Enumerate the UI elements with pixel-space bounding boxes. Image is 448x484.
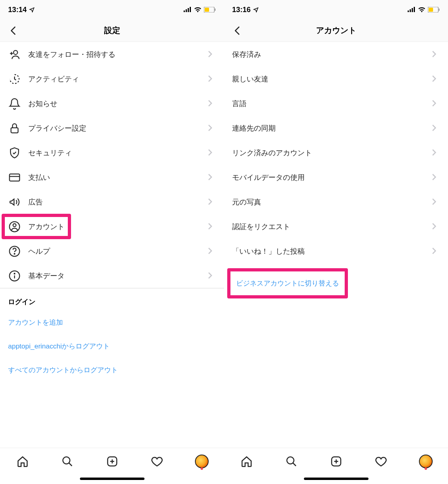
chevron-right-icon — [208, 223, 216, 231]
add-account-link[interactable]: アカウントを追加 — [0, 311, 224, 334]
list-item-privacy[interactable]: プライバシー設定 — [0, 116, 224, 140]
bell-icon — [8, 97, 21, 110]
tab-create[interactable] — [105, 454, 119, 469]
item-label: 言語 — [232, 99, 432, 108]
list-item-ads[interactable]: 広告 — [0, 190, 224, 214]
chevron-right-icon — [208, 247, 216, 255]
svg-point-16 — [63, 457, 70, 464]
item-label: 基本データ — [28, 271, 201, 281]
item-label: 友達をフォロー・招待する — [28, 50, 201, 59]
chevron-right-icon — [432, 149, 440, 157]
list-item-invite[interactable]: 友達をフォロー・招待する — [0, 42, 224, 67]
list-item-saved[interactable]: 保存済み — [224, 42, 448, 67]
chevron-right-icon — [432, 75, 440, 83]
tab-activity[interactable] — [150, 454, 164, 469]
chevron-right-icon — [432, 198, 440, 206]
list-item-about[interactable]: 基本データ — [0, 263, 224, 288]
svg-point-13 — [14, 253, 15, 254]
logout-all-link[interactable]: すべてのアカウントからログアウト — [0, 358, 224, 382]
status-bar: 13:16 — [224, 0, 448, 19]
list-item-original-photos[interactable]: 元の写真 — [224, 190, 448, 214]
battery-icon — [204, 7, 216, 13]
wifi-icon — [194, 7, 201, 13]
list-item-contacts-sync[interactable]: 連絡先の同期 — [224, 116, 448, 140]
list-item-help[interactable]: ヘルプ — [0, 239, 224, 263]
tab-search[interactable] — [60, 454, 75, 469]
chevron-right-icon — [208, 149, 216, 157]
svg-rect-19 — [410, 9, 411, 12]
tab-activity[interactable] — [374, 454, 388, 469]
tab-search[interactable] — [284, 454, 299, 469]
item-label: 連絡先の同期 — [232, 123, 432, 133]
list-item-language[interactable]: 言語 — [224, 91, 448, 116]
status-time: 13:16 — [232, 6, 251, 14]
list-item-liked-posts[interactable]: 「いいね！」した投稿 — [224, 239, 448, 263]
item-label: 広告 — [28, 197, 201, 207]
tab-home[interactable] — [15, 454, 30, 469]
item-label: 認証をリクエスト — [232, 222, 432, 232]
svg-rect-9 — [10, 174, 20, 181]
lock-icon — [8, 122, 21, 135]
item-label: 親しい友達 — [232, 74, 432, 84]
avatar — [419, 455, 433, 468]
tab-create[interactable] — [329, 454, 343, 469]
list-item-payments[interactable]: 支払い — [0, 165, 224, 190]
activity-icon — [8, 73, 21, 86]
svg-rect-21 — [414, 7, 415, 12]
list-item-mobile-data[interactable]: モバイルデータの使用 — [224, 165, 448, 190]
svg-rect-20 — [412, 8, 413, 12]
location-icon — [253, 7, 259, 13]
chevron-right-icon — [432, 223, 440, 231]
settings-list: 友達をフォロー・招待する アクティビティ お知らせ プライバシー設定 セキュリテ… — [0, 42, 224, 448]
card-icon — [8, 171, 21, 184]
item-label: アクティビティ — [28, 74, 201, 84]
tab-profile[interactable] — [419, 454, 433, 469]
list-item-security[interactable]: セキュリティ — [0, 140, 224, 165]
list-item-request-verification[interactable]: 認証をリクエスト — [224, 214, 448, 239]
svg-rect-0 — [184, 10, 185, 12]
item-label: 元の写真 — [232, 197, 432, 207]
list-item-close-friends[interactable]: 親しい友達 — [224, 67, 448, 91]
item-label: セキュリティ — [28, 148, 201, 158]
tab-profile[interactable] — [195, 454, 209, 469]
chevron-right-icon — [208, 50, 216, 58]
status-time: 13:14 — [8, 6, 27, 14]
nav-header: 設定 — [0, 19, 224, 42]
list-item-activity[interactable]: アクティビティ — [0, 67, 224, 91]
nav-header: アカウント — [224, 19, 448, 42]
account-list: 保存済み 親しい友達 言語 連絡先の同期 リンク済みのアカウント モバイルデータ… — [224, 42, 448, 448]
item-label: アカウント — [28, 222, 201, 232]
switch-business-link[interactable]: ビジネスアカウントに切り替える — [227, 268, 348, 298]
svg-rect-5 — [205, 8, 209, 12]
home-indicator — [304, 478, 368, 480]
chevron-right-icon — [432, 173, 440, 182]
list-item-account[interactable]: アカウント — [0, 214, 224, 239]
back-button[interactable] — [6, 24, 19, 37]
login-section-header: ログイン — [0, 288, 224, 311]
status-left: 13:16 — [232, 6, 259, 14]
avatar — [195, 455, 209, 468]
item-label: ヘルプ — [28, 246, 201, 256]
tab-home[interactable] — [239, 454, 254, 469]
svg-rect-8 — [11, 127, 18, 133]
shield-icon — [8, 146, 21, 159]
battery-icon — [428, 7, 440, 13]
chevron-right-icon — [208, 272, 216, 280]
item-label: 支払い — [28, 173, 201, 182]
list-item-notifications[interactable]: お知らせ — [0, 91, 224, 116]
svg-rect-6 — [215, 8, 216, 11]
back-button[interactable] — [230, 24, 243, 37]
page-title: アカウント — [316, 25, 356, 36]
status-left: 13:14 — [8, 6, 35, 14]
list-item-linked-accounts[interactable]: リンク済みのアカウント — [224, 140, 448, 165]
chevron-right-icon — [208, 124, 216, 132]
person-circle-icon — [8, 220, 21, 233]
logout-user-link[interactable]: apptopi_erinacchiからログアウト — [0, 334, 224, 358]
chevron-right-icon — [432, 247, 440, 255]
item-label: 「いいね！」した投稿 — [232, 246, 432, 256]
status-bar: 13:14 — [0, 0, 224, 19]
svg-point-15 — [14, 273, 15, 274]
svg-point-11 — [13, 223, 16, 227]
svg-rect-18 — [408, 10, 409, 12]
chevron-right-icon — [208, 198, 216, 206]
